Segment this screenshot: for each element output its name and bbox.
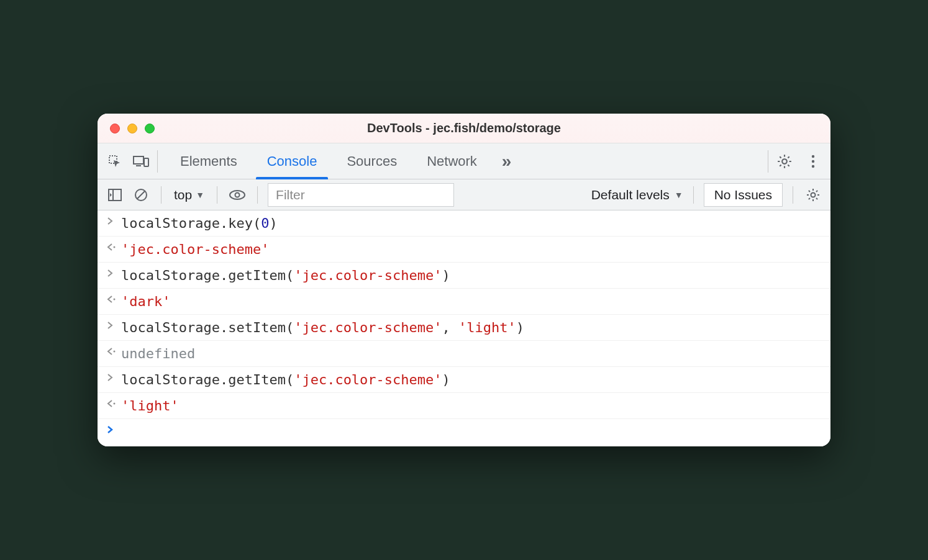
svg-point-15	[114, 246, 116, 248]
console-line-content: 'dark'	[121, 294, 822, 309]
console-settings-icon[interactable]	[803, 185, 823, 205]
minimize-window-button[interactable]	[127, 124, 137, 133]
live-expression-icon[interactable]	[227, 185, 247, 205]
device-toolbar-icon[interactable]	[131, 151, 151, 171]
log-levels-selector[interactable]: Default levels ▼	[591, 187, 683, 202]
console-line-content: localStorage.getItem('jec.color-scheme')	[121, 268, 822, 283]
titlebar: DevTools - jec.fish/demo/storage	[98, 114, 830, 143]
console-line-content: 'light'	[121, 398, 822, 413]
tab-sources[interactable]: Sources	[332, 143, 412, 179]
output-chevron-icon	[106, 294, 121, 304]
tabbar-right-tools	[768, 150, 823, 173]
output-chevron-icon	[106, 242, 121, 251]
svg-point-17	[114, 351, 116, 353]
issues-label: No Issues	[714, 187, 772, 202]
toolbar-divider	[793, 186, 793, 204]
svg-rect-1	[134, 156, 143, 164]
svg-point-4	[782, 159, 787, 164]
svg-point-12	[230, 191, 245, 199]
traffic-lights	[98, 124, 155, 133]
context-label: top	[174, 187, 192, 202]
tab-bar: Elements Console Sources Network »	[98, 143, 830, 179]
log-levels-label: Default levels	[591, 187, 670, 202]
tab-console[interactable]: Console	[252, 143, 332, 179]
issues-button[interactable]: No Issues	[704, 183, 783, 207]
svg-line-11	[137, 191, 145, 199]
svg-point-5	[812, 155, 814, 157]
svg-point-16	[114, 299, 116, 300]
toolbar-divider	[161, 186, 161, 204]
console-output[interactable]: localStorage.key(0)'jec.color-scheme'loc…	[98, 210, 830, 446]
context-selector[interactable]: top ▼	[171, 187, 207, 202]
clear-console-icon[interactable]	[131, 185, 151, 205]
devtools-window: DevTools - jec.fish/demo/storage Element…	[98, 114, 830, 446]
console-input-row: localStorage.getItem('jec.color-scheme')	[98, 263, 830, 289]
svg-point-14	[811, 192, 816, 197]
tabbar-left-tools	[105, 150, 158, 173]
svg-point-6	[812, 160, 814, 162]
console-output-row: undefined	[98, 341, 830, 367]
console-input-row: localStorage.key(0)	[98, 210, 830, 237]
filter-input[interactable]	[268, 183, 454, 207]
input-chevron-icon	[106, 268, 121, 278]
console-line-content: undefined	[121, 346, 822, 361]
console-line-content: localStorage.setItem('jec.color-scheme',…	[121, 320, 822, 335]
close-window-button[interactable]	[110, 124, 120, 133]
toolbar-divider	[257, 186, 258, 204]
console-input-row: localStorage.setItem('jec.color-scheme',…	[98, 315, 830, 341]
inspect-element-icon[interactable]	[105, 151, 125, 171]
console-line-content: 'jec.color-scheme'	[121, 242, 822, 257]
toolbar-divider	[693, 186, 694, 204]
svg-point-13	[235, 192, 240, 197]
tab-elements[interactable]: Elements	[165, 143, 252, 179]
chevron-down-icon: ▼	[196, 190, 204, 200]
console-output-row: 'light'	[98, 393, 830, 419]
console-output-row: 'jec.color-scheme'	[98, 237, 830, 263]
console-toolbar: top ▼ Default levels ▼ No Issues	[98, 179, 830, 210]
console-line-content: localStorage.key(0)	[121, 215, 822, 231]
output-chevron-icon	[106, 346, 121, 356]
input-chevron-icon	[106, 320, 121, 330]
settings-icon[interactable]	[775, 151, 794, 171]
more-tabs-button[interactable]: »	[497, 151, 517, 171]
toolbar-divider	[217, 186, 217, 204]
chevron-down-icon: ▼	[675, 190, 683, 200]
tab-network[interactable]: Network	[412, 143, 492, 179]
console-input-row: localStorage.getItem('jec.color-scheme')	[98, 367, 830, 393]
svg-point-18	[114, 403, 116, 405]
console-line-content: localStorage.getItem('jec.color-scheme')	[121, 372, 822, 387]
svg-point-7	[812, 165, 814, 167]
prompt-chevron-icon	[106, 424, 121, 434]
panel-tabs: Elements Console Sources Network	[165, 143, 492, 179]
input-chevron-icon	[106, 372, 121, 382]
kebab-menu-icon[interactable]	[803, 151, 823, 171]
sidebar-toggle-icon[interactable]	[105, 185, 125, 205]
maximize-window-button[interactable]	[145, 124, 155, 133]
svg-rect-3	[144, 158, 148, 166]
window-title: DevTools - jec.fish/demo/storage	[367, 121, 561, 135]
output-chevron-icon	[106, 398, 121, 408]
input-chevron-icon	[106, 215, 121, 225]
console-output-row: 'dark'	[98, 289, 830, 315]
console-prompt-row[interactable]	[98, 419, 830, 439]
